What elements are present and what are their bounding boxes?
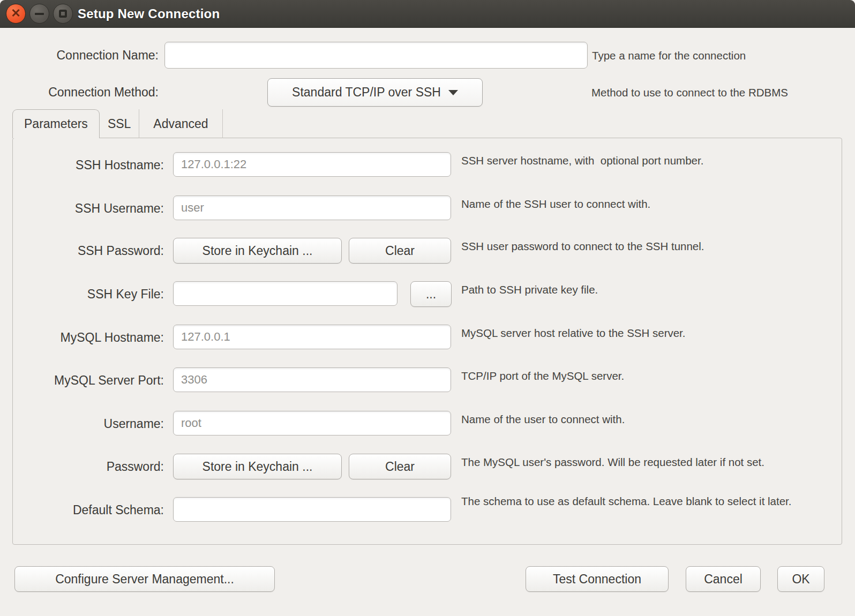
minimize-button[interactable]	[29, 4, 49, 24]
connection-name-label: Connection Name:	[0, 42, 159, 69]
username-input[interactable]	[173, 411, 451, 435]
mysql-hostname-row: MySQL Hostname: MySQL server host relati…	[13, 325, 842, 350]
test-connection-button[interactable]: Test Connection	[526, 566, 669, 592]
ssh-store-in-keychain-button[interactable]: Store in Keychain ...	[173, 238, 342, 264]
password-help: The MySQL user's password. Will be reque…	[461, 455, 823, 469]
configure-server-management-button[interactable]: Configure Server Management...	[14, 566, 275, 592]
mysql-port-row: MySQL Server Port: TCP/IP port of the My…	[13, 367, 842, 393]
cancel-button[interactable]: Cancel	[686, 566, 761, 592]
username-help: Name of the user to connect with.	[461, 412, 823, 426]
mysql-port-input[interactable]	[173, 367, 451, 392]
ssh-hostname-row: SSH Hostname: SSH server hostname, with …	[13, 152, 842, 178]
ssh-key-file-help: Path to SSH private key file.	[461, 282, 823, 297]
mysql-port-label: MySQL Server Port:	[13, 367, 164, 393]
ok-button[interactable]: OK	[777, 566, 824, 592]
store-in-keychain-button[interactable]: Store in Keychain ...	[173, 454, 342, 479]
mysql-hostname-input[interactable]	[173, 325, 451, 349]
connection-method-value: Standard TCP/IP over SSH	[292, 85, 441, 100]
ssh-hostname-help: SSH server hostname, with optional port …	[461, 153, 823, 168]
ssh-key-file-row: SSH Key File: ... Path to SSH private ke…	[13, 281, 842, 307]
ssh-hostname-label: SSH Hostname:	[13, 152, 164, 178]
default-schema-input[interactable]	[173, 497, 451, 522]
ssh-key-file-label: SSH Key File:	[13, 281, 164, 307]
chevron-down-icon	[448, 90, 458, 95]
ssh-password-clear-button[interactable]: Clear	[349, 238, 451, 264]
mysql-hostname-label: MySQL Hostname:	[13, 325, 164, 350]
default-schema-label: Default Schema:	[13, 497, 164, 523]
tab-bar: Parameters SSL Advanced	[12, 109, 223, 138]
ssh-username-input[interactable]	[173, 196, 451, 220]
ssh-username-help: Name of the SSH user to connect with.	[461, 197, 823, 211]
ssh-username-row: SSH Username: Name of the SSH user to co…	[13, 196, 842, 221]
ssh-password-row: SSH Password: Store in Keychain ... Clea…	[13, 238, 842, 264]
tab-advanced[interactable]: Advanced	[139, 109, 222, 138]
mysql-port-help: TCP/IP port of the MySQL server.	[461, 369, 823, 383]
connection-method-label: Connection Method:	[0, 78, 159, 107]
mysql-hostname-help: MySQL server host relative to the SSH se…	[461, 326, 823, 340]
username-label: Username:	[13, 411, 164, 437]
connection-method-help: Method to use to connect to the RDBMS	[591, 78, 788, 107]
minimize-icon	[35, 13, 44, 15]
password-label: Password:	[13, 454, 164, 479]
ssh-key-file-browse-button[interactable]: ...	[410, 281, 452, 307]
ssh-password-help: SSH user password to connect to the SSH …	[461, 239, 823, 253]
parameters-panel: SSH Hostname: SSH server hostname, with …	[12, 138, 842, 545]
maximize-button[interactable]	[53, 4, 73, 24]
titlebar[interactable]: ✕ Setup New Connection	[0, 0, 855, 28]
close-button[interactable]: ✕	[6, 4, 26, 24]
ssh-key-file-input[interactable]	[173, 281, 398, 306]
window-title: Setup New Connection	[78, 0, 220, 28]
close-icon: ✕	[11, 7, 20, 19]
password-row: Password: Store in Keychain ... Clear Th…	[13, 454, 842, 479]
ssh-password-label: SSH Password:	[13, 238, 164, 264]
tab-ssl[interactable]: SSL	[100, 109, 139, 138]
connection-method-dropdown[interactable]: Standard TCP/IP over SSH	[267, 78, 483, 107]
default-schema-help: The schema to use as default schema. Lea…	[461, 494, 823, 508]
ssh-hostname-input[interactable]	[173, 152, 451, 177]
tab-parameters[interactable]: Parameters	[12, 109, 100, 138]
connection-name-input[interactable]	[164, 42, 588, 69]
connection-name-help: Type a name for the connection	[592, 42, 746, 69]
maximize-icon	[59, 10, 67, 18]
password-clear-button[interactable]: Clear	[349, 454, 451, 479]
default-schema-row: Default Schema: The schema to use as def…	[13, 497, 842, 523]
username-row: Username: Name of the user to connect wi…	[13, 411, 842, 437]
ssh-username-label: SSH Username:	[13, 196, 164, 221]
